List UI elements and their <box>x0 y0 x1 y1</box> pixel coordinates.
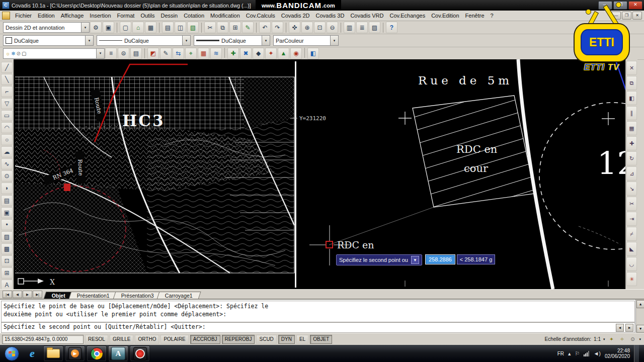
menu-cov-edition[interactable]: Cov.Edition <box>428 12 462 20</box>
workspace-combo[interactable]: Dessin 2D et annotation ▾ <box>3 22 90 33</box>
covadis-tool-icon[interactable]: ≋ <box>210 48 222 59</box>
zoom-window-icon[interactable]: ⊡ <box>314 22 326 33</box>
construction-line-icon[interactable]: ╲ <box>1 74 13 85</box>
drawing-canvas[interactable]: RN 364 Route Route HC3 R <box>14 59 625 289</box>
covadis-tool-icon[interactable]: ⌖ <box>185 48 197 59</box>
copy-icon[interactable]: ⧉ <box>626 76 637 90</box>
covadis-tool-icon[interactable]: ▲ <box>278 48 289 59</box>
menu-modification[interactable]: Modification <box>207 12 243 20</box>
menu-edition[interactable]: Edition <box>35 12 58 20</box>
undo-icon[interactable]: ↶ <box>259 22 271 33</box>
fillet-icon[interactable]: ◡ <box>626 257 637 271</box>
toggle-accrobj[interactable]: ACCROBJ <box>190 335 220 344</box>
language-indicator[interactable]: FR <box>557 351 564 356</box>
covadis-tool-icon[interactable]: ◆ <box>253 48 264 59</box>
stretch-icon[interactable]: ↘ <box>626 182 637 196</box>
menu-dessin[interactable]: Dessin <box>158 12 181 20</box>
show-desktop-button[interactable] <box>634 345 639 362</box>
toggle-dyn[interactable]: DYN <box>278 335 295 344</box>
distance-input[interactable]: 258.2886 <box>425 254 455 264</box>
menu-help[interactable]: ? <box>488 12 497 20</box>
prev-tab-button[interactable]: ◀ <box>13 291 22 298</box>
toggle-el[interactable]: EL <box>296 335 308 344</box>
layer-combo[interactable]: DuCalque ▾ <box>3 35 94 46</box>
match-properties-icon[interactable]: ✎ <box>242 22 254 33</box>
zoom-realtime-icon[interactable]: ⊕ <box>301 22 313 33</box>
revision-cloud-icon[interactable]: ☁ <box>1 146 13 157</box>
region-icon[interactable]: ⊡ <box>1 255 13 266</box>
menu-outils[interactable]: Outils <box>137 12 157 20</box>
annotation-autoscale-icon[interactable]: ✧ <box>618 335 626 343</box>
extend-icon[interactable]: ⇥ <box>626 212 637 226</box>
ellipse-arc-icon[interactable]: ◗ <box>1 183 13 194</box>
tray-expand-icon[interactable]: ▴ <box>568 350 571 357</box>
workspace-switch-icon[interactable]: ▣ <box>103 22 114 33</box>
scroll-up-icon[interactable]: ▲ <box>636 300 644 308</box>
covadis-tool-icon[interactable]: ◧ <box>307 48 319 59</box>
taskbar-file-explorer[interactable] <box>43 345 63 361</box>
menu-covadis-2d[interactable]: Covadis 2D <box>278 12 313 20</box>
array-icon[interactable]: ▦ <box>626 121 637 135</box>
properties-icon[interactable]: ▥ <box>344 22 355 33</box>
annotation-visibility-icon[interactable]: ✦ <box>607 335 615 343</box>
menu-insertion[interactable]: Insertion <box>87 12 114 20</box>
chamfer-icon[interactable]: ◣ <box>626 242 637 256</box>
linetype-combo[interactable]: DuCalque ▾ <box>97 35 191 46</box>
scroll-left-icon[interactable]: ◀ <box>616 324 624 332</box>
covadis-tool-icon[interactable]: ◩ <box>147 48 159 59</box>
pan-icon[interactable]: ✜ <box>289 22 300 33</box>
chevron-down-icon[interactable]: ▾ <box>262 36 270 45</box>
covadis-tool-icon[interactable]: ✎ <box>160 48 172 59</box>
copy-icon[interactable]: ⧉ <box>217 22 228 33</box>
lineweight-combo[interactable]: DuCalque ▾ <box>194 35 270 46</box>
covadis-tool-icon[interactable]: ✚ <box>227 48 239 59</box>
layer-states-icon[interactable]: ⊜ <box>118 48 129 59</box>
tray-clock[interactable]: 22:48 02/06/2020 <box>605 348 630 359</box>
explode-icon[interactable]: ✳ <box>626 272 637 286</box>
toggle-grille[interactable]: GRILLE <box>110 335 134 344</box>
zoom-previous-icon[interactable]: ⊖ <box>327 22 338 33</box>
hatch-icon[interactable]: ▨ <box>1 231 13 242</box>
command-input[interactable]: Spécifiez le second point ou [Quitter/Ré… <box>1 322 635 333</box>
polygon-icon[interactable]: ▽ <box>1 98 13 109</box>
chevron-down-icon[interactable]: ▾ <box>182 36 190 45</box>
mirror-icon[interactable]: ◧ <box>626 91 637 105</box>
toggle-polaire[interactable]: POLAIRE <box>160 335 188 344</box>
covadis-tool-icon[interactable]: ⇆ <box>173 48 184 59</box>
mdi-close-button[interactable]: ✕ <box>632 12 642 20</box>
last-tab-button[interactable]: ▶| <box>33 291 42 298</box>
layer-state-combo[interactable]: ☼ ❄ ⊘ ▢ ▾ <box>3 48 105 59</box>
menu-fichier[interactable]: Fichier <box>12 12 35 20</box>
taskbar-chrome[interactable] <box>87 345 107 361</box>
taskbar-internet-explorer[interactable]: e <box>23 346 42 361</box>
next-tab-button[interactable]: ▶ <box>23 291 32 298</box>
scroll-down-icon[interactable]: ▼ <box>636 325 644 333</box>
chevron-down-icon[interactable]: ▾ <box>85 36 93 45</box>
volume-icon[interactable]: ◄) <box>593 350 601 356</box>
workspace-settings-icon[interactable]: ⚙ <box>90 22 102 33</box>
angle-input[interactable]: < 258.1847 g <box>457 254 495 264</box>
insert-block-icon[interactable]: ▤ <box>1 195 13 206</box>
chevron-down-icon[interactable]: ▾ <box>603 337 605 341</box>
ellipse-icon[interactable]: ⊙ <box>1 170 13 182</box>
menu-cov-calculs[interactable]: Cov.Calculs <box>243 12 278 20</box>
menu-format[interactable]: Format <box>114 12 138 20</box>
new-file-icon[interactable]: ▢ <box>120 22 131 33</box>
chevron-down-icon[interactable]: ▾ <box>639 337 641 341</box>
start-button[interactable] <box>2 346 21 361</box>
tool-palettes-icon[interactable]: ▨ <box>369 22 380 33</box>
menu-affichage[interactable]: Affichage <box>58 12 87 20</box>
paste-icon[interactable]: ⊞ <box>229 22 241 33</box>
tab-presentation1[interactable]: Présentation1 <box>68 292 118 299</box>
menu-fenetre[interactable]: Fenêtre <box>462 12 488 20</box>
line-icon[interactable]: ╱ <box>1 62 13 73</box>
save-icon[interactable]: ▦ <box>145 22 156 33</box>
toggle-reperobj[interactable]: REPEROBJ <box>222 335 255 344</box>
plot-preview-icon[interactable]: ◫ <box>175 22 186 33</box>
chevron-down-icon[interactable]: ▾ <box>81 23 89 32</box>
circle-icon[interactable]: ○ <box>1 134 13 145</box>
toggle-scud[interactable]: SCUD <box>256 335 276 344</box>
toggle-objet[interactable]: OBJET <box>310 335 332 344</box>
break-icon[interactable]: ⌿ <box>626 227 637 241</box>
covadis-tool-icon[interactable]: ◉ <box>290 48 302 59</box>
